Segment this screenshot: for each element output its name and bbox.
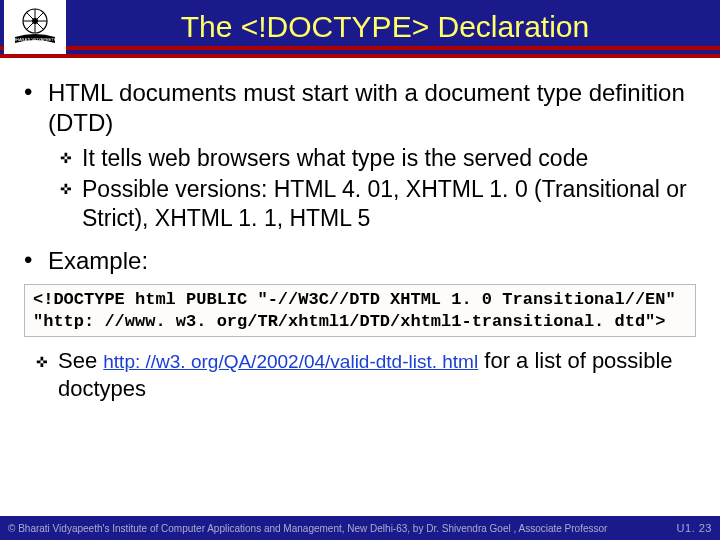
slide-footer: © Bharati Vidyapeeth's Institute of Comp… [0,516,720,540]
plus-icon: ✜ [36,347,58,404]
plus-icon: ✜ [60,175,82,233]
bullet-main-2: • Example: [24,246,696,276]
institution-logo: BHARATI VIDYAPEETH [4,0,66,54]
doctype-list-link[interactable]: http: //w3. org/QA/2002/04/valid-dtd-lis… [103,351,478,372]
see-prefix: See [58,348,103,373]
slide-title: The <!DOCTYPE> Declaration [70,10,720,44]
bullet-text: HTML documents must start with a documen… [48,78,696,138]
code-example-box: <!DOCTYPE html PUBLIC "-//W3C//DTD XHTML… [24,284,696,337]
see-also-line: ✜ See http: //w3. org/QA/2002/04/valid-d… [36,347,720,404]
sub-bullet-text: Possible versions: HTML 4. 01, XHTML 1. … [82,175,696,233]
footer-slide-number: U1. 23 [677,522,712,534]
bullet-main-1: • HTML documents must start with a docum… [24,78,696,138]
sub-bullet-1: ✜ It tells web browsers what type is the… [60,144,696,173]
bullet-text: Example: [48,246,696,276]
svg-text:BHARATI VIDYAPEETH: BHARATI VIDYAPEETH [13,37,56,42]
sub-bullet-text: It tells web browsers what type is the s… [82,144,696,173]
slide-header: BHARATI VIDYAPEETH The <!DOCTYPE> Declar… [0,0,720,58]
bullet-dot-icon: • [24,78,48,138]
sub-bullet-list: ✜ It tells web browsers what type is the… [60,144,696,232]
slide-content: • HTML documents must start with a docum… [0,58,720,276]
sub-bullet-2: ✜ Possible versions: HTML 4. 01, XHTML 1… [60,175,696,233]
bullet-dot-icon: • [24,246,48,276]
footer-copyright: © Bharati Vidyapeeth's Institute of Comp… [8,523,607,534]
see-text: See http: //w3. org/QA/2002/04/valid-dtd… [58,347,720,404]
plus-icon: ✜ [60,144,82,173]
